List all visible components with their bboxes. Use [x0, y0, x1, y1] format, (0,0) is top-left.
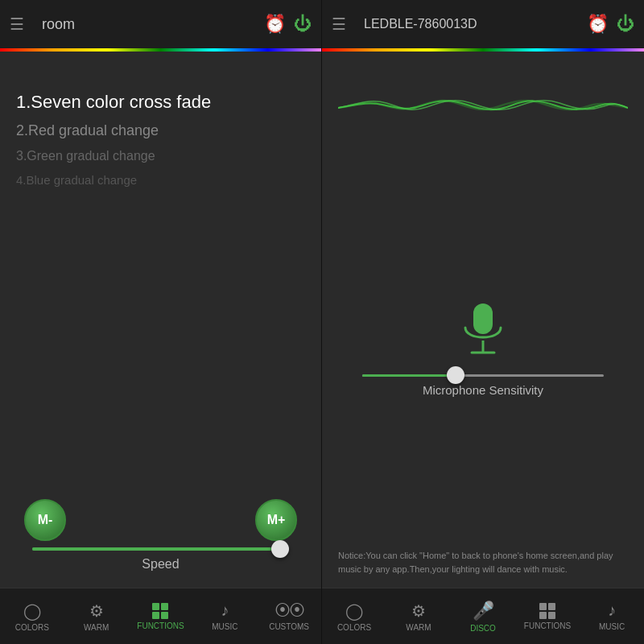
- right-bottom-nav: ◯ COLORS ⚙ WARM 🎤 DISCO FUNCTIONS ♪ MUSI…: [322, 588, 644, 644]
- mic-slider-container: Microphone Sensitivity: [354, 374, 612, 397]
- colors-icon-left: ◯: [23, 601, 41, 621]
- hamburger-icon-right[interactable]: ☰: [332, 14, 346, 34]
- warm-icon-right: ⚙: [411, 601, 426, 621]
- nav-colors-left[interactable]: ◯ COLORS: [0, 588, 64, 644]
- speed-label: Speed: [32, 557, 289, 572]
- microphone-icon: [457, 300, 509, 366]
- music-icon-right: ♪: [608, 601, 616, 620]
- alarm-icon-right[interactable]: ⏰: [587, 14, 609, 35]
- nav-customs-left[interactable]: ⦿⦿ CUSTOMS: [257, 588, 321, 644]
- warm-icon-left: ⚙: [89, 601, 104, 621]
- nav-warm-right[interactable]: ⚙ WARM: [386, 588, 451, 644]
- nav-label-customs-left: CUSTOMS: [269, 622, 309, 631]
- mic-area: Microphone Sensitivity: [322, 156, 644, 541]
- alarm-icon-left[interactable]: ⏰: [264, 14, 286, 35]
- nav-music-right[interactable]: ♪ MUSIC: [580, 588, 644, 644]
- mode-item-4[interactable]: 4.Blue gradual change: [16, 173, 305, 187]
- nav-music-left[interactable]: ♪ MUSIC: [192, 588, 257, 644]
- nav-label-colors-left: COLORS: [15, 623, 49, 632]
- nav-functions-right[interactable]: FUNCTIONS: [515, 588, 580, 644]
- m-plus-button[interactable]: M+: [255, 499, 297, 541]
- mode-item-3[interactable]: 3.Green gradual change: [16, 149, 305, 163]
- mode-item-1[interactable]: 1.Seven color cross fade: [16, 92, 305, 113]
- nav-label-warm-right: WARM: [406, 623, 431, 632]
- functions-icon-right: [539, 603, 555, 619]
- nav-warm-left[interactable]: ⚙ WARM: [64, 588, 129, 644]
- right-top-bar: ☰ LEDBLE-7860013D ⏰ ⏻: [322, 0, 644, 48]
- music-icon-left: ♪: [221, 601, 229, 620]
- mic-slider-fill: [362, 374, 454, 377]
- speed-slider-container: Speed: [16, 547, 305, 572]
- mic-slider-thumb[interactable]: [447, 366, 464, 384]
- colors-icon-right: ◯: [345, 601, 363, 621]
- mic-slider-track[interactable]: [362, 374, 604, 377]
- nav-label-functions-left: FUNCTIONS: [137, 621, 184, 630]
- nav-label-colors-right: COLORS: [337, 623, 371, 632]
- mic-sensitivity-label: Microphone Sensitivity: [362, 383, 604, 397]
- speed-slider-track[interactable]: [32, 547, 289, 551]
- svg-rect-0: [473, 303, 493, 334]
- m-minus-button[interactable]: M-: [24, 499, 66, 541]
- left-top-bar: ☰ room ⏰ ⏻: [0, 0, 321, 48]
- rainbow-bar-right: [322, 48, 644, 52]
- nav-label-functions-right: FUNCTIONS: [524, 621, 571, 630]
- disco-icon-right: 🎤: [473, 601, 494, 621]
- left-title: room: [32, 0, 256, 48]
- waveform-svg: [338, 84, 628, 132]
- nav-label-music-right: MUSIC: [599, 622, 625, 631]
- right-panel: ☰ LEDBLE-7860013D ⏰ ⏻ Microphon: [322, 0, 644, 644]
- left-panel: ☰ room ⏰ ⏻ 1.Seven color cross fade 2.Re…: [0, 0, 322, 644]
- mode-controls: M- M+: [16, 491, 305, 541]
- nav-label-disco-right: DISCO: [470, 624, 496, 633]
- power-icon-right[interactable]: ⏻: [617, 14, 634, 35]
- functions-icon-left: [152, 603, 168, 619]
- customs-icon-left: ⦿⦿: [275, 601, 303, 620]
- right-title: LEDBLE-7860013D: [354, 0, 579, 48]
- hamburger-icon[interactable]: ☰: [10, 14, 24, 34]
- speed-slider-thumb[interactable]: [271, 540, 289, 558]
- nav-colors-right[interactable]: ◯ COLORS: [322, 588, 386, 644]
- left-bottom-nav: ◯ COLORS ⚙ WARM FUNCTIONS ♪ MUSIC ⦿⦿ CUS…: [0, 588, 321, 644]
- waveform-area: [322, 60, 644, 156]
- notice-text: Notice:You can click "Home" to back to p…: [322, 541, 644, 588]
- speed-slider-fill: [32, 547, 271, 551]
- nav-label-music-left: MUSIC: [212, 622, 237, 631]
- mode-list: 1.Seven color cross fade 2.Red gradual c…: [16, 92, 305, 187]
- nav-functions-left[interactable]: FUNCTIONS: [129, 588, 193, 644]
- left-content: 1.Seven color cross fade 2.Red gradual c…: [0, 52, 321, 588]
- nav-label-warm-left: WARM: [84, 623, 109, 632]
- nav-disco-right[interactable]: 🎤 DISCO: [451, 588, 515, 644]
- mode-item-2[interactable]: 2.Red gradual change: [16, 122, 305, 139]
- power-icon-left[interactable]: ⏻: [294, 14, 312, 35]
